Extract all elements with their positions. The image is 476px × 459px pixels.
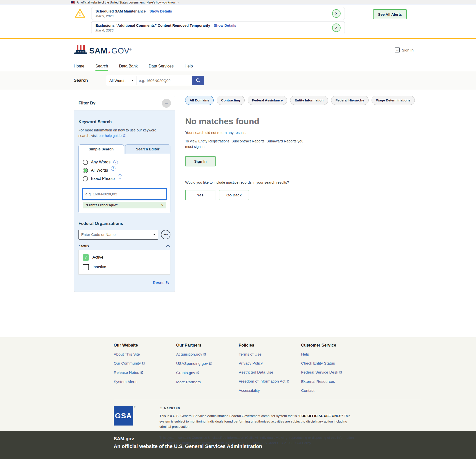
footer-link-foia[interactable]: Freedom of Information Act — [239, 379, 301, 384]
see-all-alerts-button[interactable]: See All Alerts — [373, 9, 407, 19]
nav-item-data-services[interactable]: Data Services — [149, 64, 174, 71]
footer-link-label: Federal Service Desk — [301, 370, 338, 374]
results-area: All Domains Contracting Federal Assistan… — [185, 96, 393, 337]
keyword-search-input[interactable] — [83, 189, 166, 199]
external-link-icon — [339, 370, 342, 375]
help-guide-link[interactable]: help guide — [105, 134, 122, 138]
footer-link-acquisition[interactable]: Acquisition.gov — [176, 352, 239, 357]
sign-in-link[interactable]: ← Sign In — [395, 47, 414, 52]
sam-gov-logo[interactable]: ★ ★ ★ SAM★GOV® — [74, 44, 132, 55]
radio-row-any-words: Any Words i — [83, 160, 166, 165]
any-words-radio[interactable] — [83, 160, 88, 165]
reset-icon[interactable]: ↻ — [166, 280, 169, 286]
footer-link-label: Acquisition.gov — [176, 352, 202, 356]
collapse-filter-button[interactable]: − — [162, 99, 171, 108]
ellipsis-icon[interactable]: ••• — [161, 230, 170, 239]
alert-date: Mar 9, 2026 — [95, 14, 172, 18]
go-back-button[interactable]: Go Back — [219, 190, 249, 200]
info-icon[interactable]: i — [113, 160, 118, 164]
info-icon[interactable]: i — [118, 174, 122, 179]
alert-show-details-link[interactable]: Show Details — [214, 23, 236, 27]
nav-item-data-bank[interactable]: Data Bank — [119, 64, 138, 71]
chevron-up-icon[interactable] — [166, 245, 170, 249]
alert-show-details-link[interactable]: Show Details — [149, 9, 172, 13]
footer-link-external-resources[interactable]: External Resources — [301, 379, 364, 384]
footer-link-help[interactable]: Help — [301, 352, 364, 357]
reset-row: Reset ↻ — [78, 280, 170, 286]
global-search-input[interactable] — [136, 76, 192, 85]
warning-p1-bold: "FOR OFFICIAL USE ONLY." — [298, 414, 343, 418]
footer-link-usaspending[interactable]: USASpending.gov — [176, 361, 239, 366]
footer-col-our-partners: Our Partners Acquisition.gov USASpending… — [176, 343, 239, 393]
banner-how-link[interactable]: Here’s how you know — [146, 1, 175, 4]
pill-wage-determinations[interactable]: Wage Determinations — [372, 96, 415, 105]
pill-all-domains[interactable]: All Domains — [185, 96, 214, 105]
filter-panel: Filter By − Keyword Search For more info… — [74, 96, 175, 292]
footer-link-system-alerts[interactable]: System Alerts — [114, 380, 176, 384]
close-icon[interactable]: × — [332, 9, 341, 18]
sign-in-note: To view Entity Registrations, Subcontrac… — [185, 139, 311, 150]
search-band: Search All Words — [0, 71, 476, 90]
footer-link-label: Release Notes — [114, 370, 139, 375]
logo-registered-mark: ® — [129, 48, 132, 51]
chevron-down-icon[interactable] — [176, 1, 179, 3]
no-matches-title: No matches found — [185, 116, 393, 126]
warning-block: ⚠WARNING This is a U.S. General Services… — [159, 406, 358, 446]
yes-button[interactable]: Yes — [185, 190, 215, 200]
close-icon[interactable]: × — [332, 23, 341, 32]
nav-item-home[interactable]: Home — [74, 64, 84, 71]
search-mode-select[interactable]: All Words — [107, 76, 136, 85]
logo-gov-text: GOV — [111, 46, 130, 55]
external-link-icon — [140, 371, 143, 375]
pill-federal-hierarchy[interactable]: Federal Hierarchy — [331, 96, 369, 105]
info-icon[interactable]: i — [111, 166, 115, 171]
keyword-info-text: For more information on how to use our k… — [78, 127, 168, 139]
sign-in-button[interactable]: Sign In — [185, 156, 216, 166]
status-option-active[interactable]: ✓ Active — [83, 254, 166, 261]
tab-simple-search[interactable]: Simple Search — [78, 144, 124, 154]
gsa-logo: GSA ® — [114, 406, 133, 426]
uncle-sam-hat-icon: ★ ★ ★ — [74, 44, 88, 55]
chip-remove-icon[interactable]: × — [161, 203, 163, 207]
all-words-radio[interactable] — [83, 168, 88, 173]
footer-link-our-community[interactable]: Our Community — [114, 361, 176, 366]
pill-entity-information[interactable]: Entity Information — [290, 96, 328, 105]
keyword-search-heading: Keyword Search — [78, 119, 170, 124]
footer-link-federal-service-desk[interactable]: Federal Service Desk — [301, 370, 364, 375]
search-icon — [196, 78, 201, 83]
nav-item-search[interactable]: Search — [95, 64, 108, 71]
sign-in-label: Sign In — [402, 48, 414, 52]
footer-link-grants[interactable]: Grants.gov — [176, 371, 239, 375]
footer-link-privacy-policy[interactable]: Privacy Policy — [239, 361, 301, 366]
footer-link-contact[interactable]: Contact — [301, 388, 364, 393]
alert-card-body: Scheduled SAM Maintenance Show Details M… — [95, 9, 172, 18]
nav-item-help[interactable]: Help — [185, 64, 193, 71]
pill-federal-assistance[interactable]: Federal Assistance — [248, 96, 287, 105]
footer-link-more-partners[interactable]: More Partners — [176, 380, 239, 384]
footer-link-terms-of-use[interactable]: Terms of Use — [239, 352, 301, 357]
filter-panel-header: Filter By − — [74, 96, 175, 110]
dropdown-caret-icon[interactable] — [153, 234, 155, 235]
active-checkbox[interactable]: ✓ — [83, 254, 89, 261]
warning-p1-pre: This is a U.S. General Services Administ… — [159, 414, 298, 418]
warning-triangle-icon — [74, 8, 86, 19]
exact-phrase-label: Exact Phrase — [91, 176, 115, 181]
warning-title-text: WARNING — [164, 407, 180, 410]
search-submit-button[interactable] — [192, 76, 204, 85]
reset-link[interactable]: Reset — [153, 281, 164, 285]
footer-link-about-this-site[interactable]: About This Site — [114, 352, 176, 357]
federal-org-input[interactable] — [78, 230, 158, 240]
footer-link-accessibility[interactable]: Accessibility — [239, 388, 301, 393]
status-option-inactive[interactable]: Inactive — [83, 264, 166, 270]
footer-link-restricted-data-use[interactable]: Restricted Data Use — [239, 370, 301, 375]
status-header-row: Status — [78, 244, 170, 248]
alert-title: Exclusions “Additional Comments” Content… — [95, 23, 210, 27]
site-header: ★ ★ ★ SAM★GOV® ← Sign In — [0, 39, 476, 61]
tab-search-editor[interactable]: Search Editor — [125, 144, 171, 154]
footer-col-policies: Policies Terms of Use Privacy Policy Res… — [239, 343, 301, 393]
pill-contracting[interactable]: Contracting — [217, 96, 245, 105]
footer-link-check-entity-status[interactable]: Check Entity Status — [301, 361, 364, 366]
footer-link-release-notes[interactable]: Release Notes — [114, 370, 176, 375]
inactive-checkbox[interactable] — [83, 264, 89, 270]
exact-phrase-radio[interactable] — [83, 176, 88, 181]
